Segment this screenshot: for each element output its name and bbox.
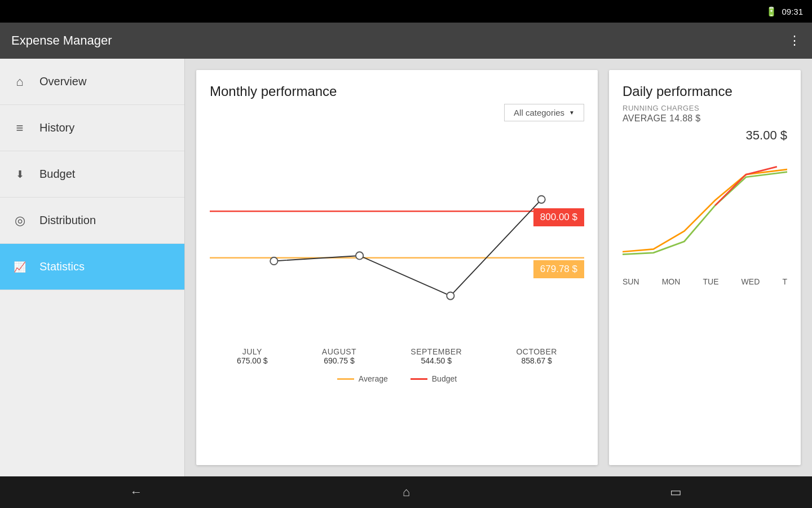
day-wed: WED xyxy=(742,277,760,286)
month-name-october: OCTOBER xyxy=(516,347,557,356)
monthly-chart-svg xyxy=(210,127,584,341)
daily-chart-svg xyxy=(623,148,787,273)
month-name-july: JULY xyxy=(237,347,268,356)
category-label: All categories xyxy=(514,108,564,117)
bottom-navigation-bar: ← ⌂ ▭ xyxy=(0,476,812,508)
monthly-card-title: Monthly performance xyxy=(210,84,584,99)
daily-average: AVERAGE 14.88 $ xyxy=(623,113,787,124)
daily-chart xyxy=(623,148,787,273)
svg-point-3 xyxy=(356,252,363,259)
app-bar: Expense Manager ⋮ xyxy=(0,23,812,59)
sidebar-item-overview[interactable]: ⌂ Overview xyxy=(0,59,184,105)
status-time: 09:31 xyxy=(782,7,803,16)
month-july: JULY 675.00 $ xyxy=(237,347,268,365)
svg-point-5 xyxy=(537,196,545,203)
category-dropdown[interactable]: All categories ▼ xyxy=(504,104,584,121)
more-menu-icon[interactable]: ⋮ xyxy=(788,33,801,48)
monthly-chart: 800.00 $ 679.78 $ xyxy=(210,127,584,341)
sidebar-label-statistics: Statistics xyxy=(39,260,85,273)
home-button[interactable]: ⌂ xyxy=(403,485,410,500)
legend-line-red xyxy=(411,378,427,380)
daily-card-title: Daily performance xyxy=(623,84,787,99)
legend-average: Average xyxy=(337,374,388,383)
home-icon: ⌂ xyxy=(11,75,28,89)
sidebar-label-budget: Budget xyxy=(39,168,75,181)
sidebar-label-distribution: Distribution xyxy=(39,214,96,227)
day-mon: MON xyxy=(662,277,681,286)
sidebar-label-overview: Overview xyxy=(39,75,86,88)
day-labels: SUN MON TUE WED T xyxy=(623,277,787,286)
chevron-down-icon: ▼ xyxy=(569,110,575,116)
battery-icon: 🔋 xyxy=(766,6,777,17)
daily-subtitle: RUNNING CHARGES xyxy=(623,104,787,112)
sidebar-label-history: History xyxy=(39,121,74,134)
recents-button[interactable]: ▭ xyxy=(670,485,682,500)
month-september: SEPTEMBER 544.50 $ xyxy=(411,347,462,365)
day-tue: TUE xyxy=(703,277,718,286)
history-icon: ≡ xyxy=(11,121,28,135)
sidebar-item-budget[interactable]: ⬇ Budget xyxy=(0,151,184,198)
main-layout: ⌂ Overview ≡ History ⬇ Budget ◎ Distribu… xyxy=(0,59,812,476)
back-button[interactable]: ← xyxy=(130,485,143,500)
status-bar: 🔋 09:31 xyxy=(0,0,812,23)
month-name-september: SEPTEMBER xyxy=(411,347,462,356)
month-name-august: AUGUST xyxy=(322,347,356,356)
month-value-september: 544.50 $ xyxy=(411,356,462,365)
chart-legend: Average Budget xyxy=(210,374,584,383)
budget-value-label: 800.00 $ xyxy=(533,208,584,226)
legend-budget: Budget xyxy=(411,374,457,383)
sidebar: ⌂ Overview ≡ History ⬇ Budget ◎ Distribu… xyxy=(0,59,185,476)
average-value-label: 679.78 $ xyxy=(533,260,584,278)
category-selector: All categories ▼ xyxy=(210,104,584,121)
legend-average-label: Average xyxy=(359,374,388,383)
daily-performance-card: Daily performance RUNNING CHARGES AVERAG… xyxy=(609,70,801,465)
monthly-performance-card: Monthly performance All categories ▼ xyxy=(196,70,598,465)
month-august: AUGUST 690.75 $ xyxy=(322,347,356,365)
app-title: Expense Manager xyxy=(11,33,112,48)
content-area: Monthly performance All categories ▼ xyxy=(185,59,812,476)
month-value-august: 690.75 $ xyxy=(322,356,356,365)
day-sun: SUN xyxy=(623,277,639,286)
svg-point-2 xyxy=(270,257,277,265)
sidebar-item-distribution[interactable]: ◎ Distribution xyxy=(0,198,184,244)
distribution-icon: ◎ xyxy=(11,213,28,228)
month-october: OCTOBER 858.67 $ xyxy=(516,347,557,365)
month-value-october: 858.67 $ xyxy=(516,356,557,365)
sidebar-item-statistics[interactable]: 📈 Statistics xyxy=(0,244,184,290)
daily-top-value: 35.00 $ xyxy=(623,128,787,143)
month-labels: JULY 675.00 $ AUGUST 690.75 $ SEPTEMBER … xyxy=(210,347,584,365)
month-value-july: 675.00 $ xyxy=(237,356,268,365)
sidebar-item-history[interactable]: ≡ History xyxy=(0,105,184,151)
day-thu: T xyxy=(782,277,787,286)
statistics-icon: 📈 xyxy=(11,261,28,273)
legend-line-orange xyxy=(337,378,354,380)
legend-budget-label: Budget xyxy=(432,374,457,383)
budget-icon: ⬇ xyxy=(11,168,28,181)
svg-point-4 xyxy=(447,292,454,299)
